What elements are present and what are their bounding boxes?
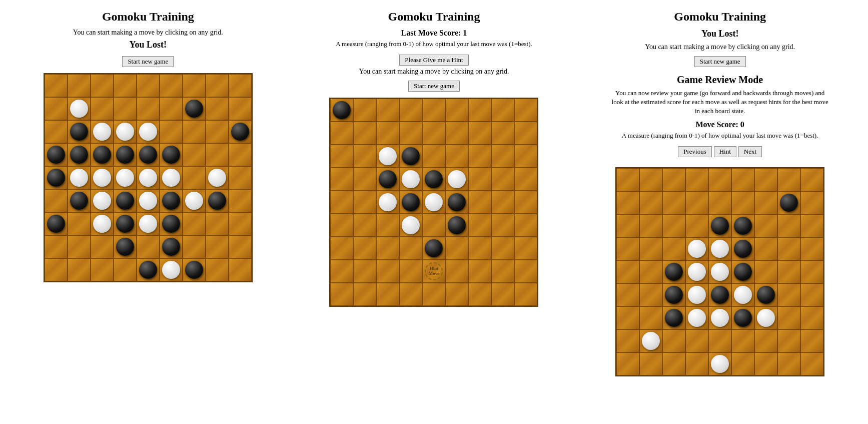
board-cell[interactable] [639,191,662,214]
board-cell[interactable] [137,212,160,235]
board-cell[interactable] [639,283,662,306]
board-cell[interactable] [229,120,252,143]
board-cell[interactable] [468,99,491,122]
board-cell[interactable] [137,74,160,97]
board-cell[interactable] [206,143,229,166]
board-cell[interactable] [662,306,685,329]
board-cell[interactable] [137,97,160,120]
panel3-start-button[interactable]: Start new game [694,56,746,67]
board-cell[interactable] [68,212,91,235]
board-cell[interactable] [514,214,537,237]
board-cell[interactable] [91,97,114,120]
board-cell[interactable] [639,168,662,191]
board-cell[interactable] [183,212,206,235]
board-cell[interactable] [685,168,708,191]
board-cell[interactable] [445,145,468,168]
board-cell[interactable] [206,258,229,281]
board-cell[interactable] [800,260,823,283]
board-cell[interactable] [514,283,537,306]
board-cell[interactable] [376,145,399,168]
board-cell[interactable] [376,214,399,237]
board-cell[interactable] [137,143,160,166]
board-cell[interactable] [206,235,229,258]
board-cell[interactable] [514,145,537,168]
board-cell[interactable] [731,168,754,191]
board-cell[interactable] [114,189,137,212]
board-cell[interactable] [183,97,206,120]
board-cell[interactable] [514,168,537,191]
board-cell[interactable] [616,329,639,352]
board-cell[interactable] [45,258,68,281]
board-cell[interactable] [616,191,639,214]
board-cell[interactable] [183,74,206,97]
board-cell[interactable] [777,329,800,352]
board-cell[interactable] [491,283,514,306]
board-cell[interactable] [662,168,685,191]
board-cell[interactable] [206,74,229,97]
board-cell[interactable] [229,258,252,281]
board-cell[interactable] [777,191,800,214]
board-cell[interactable] [422,191,445,214]
board-cell[interactable] [353,237,376,260]
board-cell[interactable] [731,237,754,260]
board-cell[interactable] [68,258,91,281]
board-cell[interactable] [708,168,731,191]
board-cell[interactable] [616,260,639,283]
board-cell[interactable] [685,352,708,375]
board-cell[interactable] [616,306,639,329]
board-cell[interactable] [491,99,514,122]
board-cell[interactable] [376,237,399,260]
board-cell[interactable] [399,214,422,237]
board-cell[interactable] [445,214,468,237]
board-cell[interactable] [422,145,445,168]
board-cell[interactable] [422,283,445,306]
board-cell[interactable] [68,166,91,189]
board-cell[interactable] [399,168,422,191]
board-cell[interactable] [731,283,754,306]
board-cell[interactable] [800,329,823,352]
board-cell[interactable] [376,283,399,306]
board-cell[interactable] [639,237,662,260]
board-cell[interactable] [376,122,399,145]
board-cell[interactable] [800,168,823,191]
board-cell[interactable] [114,258,137,281]
board-cell[interactable] [754,283,777,306]
board-cell[interactable] [206,189,229,212]
board-cell[interactable] [114,143,137,166]
board-cell[interactable] [422,122,445,145]
board-cell[interactable] [160,235,183,258]
board-cell[interactable] [639,352,662,375]
board-cell[interactable] [91,258,114,281]
board-cell[interactable] [662,191,685,214]
board-cell[interactable] [114,212,137,235]
board-cell[interactable] [754,352,777,375]
board-cell[interactable] [491,191,514,214]
board-cell[interactable] [800,214,823,237]
board-cell[interactable] [708,283,731,306]
board-cell[interactable] [662,283,685,306]
board-cell[interactable] [731,214,754,237]
board-cell[interactable] [754,214,777,237]
board-cell[interactable] [68,143,91,166]
board-cell[interactable] [45,166,68,189]
board-cell[interactable] [183,143,206,166]
board-cell[interactable] [422,214,445,237]
board-cell[interactable] [91,235,114,258]
board-cell[interactable] [353,214,376,237]
board-cell[interactable] [353,99,376,122]
board-cell[interactable] [754,168,777,191]
board-cell[interactable] [514,99,537,122]
panel3-next-button[interactable]: Next [738,146,762,157]
board-cell[interactable] [445,99,468,122]
board-cell[interactable] [491,214,514,237]
board-cell[interactable] [183,189,206,212]
board-cell[interactable] [91,212,114,235]
board-cell[interactable] [45,143,68,166]
board-cell[interactable] [616,237,639,260]
board-cell[interactable] [777,283,800,306]
board-cell[interactable] [353,145,376,168]
board-cell[interactable] [422,99,445,122]
board-cell[interactable] [353,260,376,283]
board-cell[interactable] [616,283,639,306]
board-cell[interactable] [45,120,68,143]
